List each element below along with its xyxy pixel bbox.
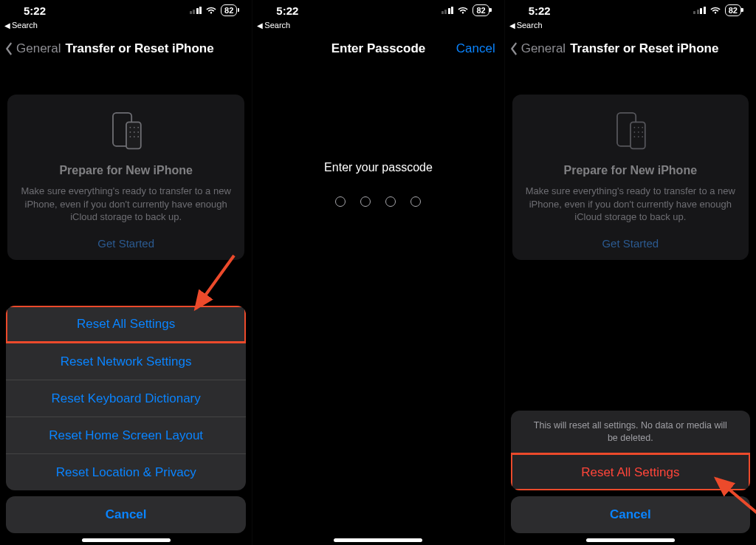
home-indicator[interactable] [82, 538, 171, 542]
get-started-link[interactable]: Get Started [18, 237, 234, 250]
back-hint-label: Search [517, 21, 543, 30]
battery-icon: 82 [221, 4, 237, 16]
battery-icon: 82 [472, 4, 489, 16]
wifi-icon [205, 6, 217, 15]
nav-bar: General Transfer or Reset iPhone [0, 32, 252, 65]
svg-rect-1 [126, 122, 141, 148]
svg-line-11 [196, 256, 234, 309]
status-bar: 5:22 82 [505, 0, 756, 21]
nav-title: Transfer or Reset iPhone [65, 41, 213, 56]
svg-point-6 [134, 131, 135, 133]
nav-bar: Enter Passcode Cancel [252, 32, 504, 65]
status-bar: 5:22 82 [0, 0, 252, 21]
nav-back-label: General [521, 41, 566, 56]
nav-back-button[interactable]: General [509, 41, 566, 56]
devices-icon [523, 109, 738, 154]
svg-point-5 [129, 131, 131, 133]
card-title: Prepare for New iPhone [523, 164, 738, 177]
svg-point-2 [129, 127, 131, 128]
svg-rect-13 [630, 122, 645, 148]
svg-point-4 [137, 127, 139, 128]
wifi-icon [457, 6, 469, 15]
battery-icon: 82 [725, 4, 741, 16]
cellular-icon [693, 7, 706, 14]
prepare-card: Prepare for New iPhone Make sure everyth… [512, 95, 749, 260]
cancel-button[interactable]: Cancel [456, 41, 495, 56]
back-hint-label: Search [12, 21, 38, 30]
chevron-left-icon [4, 42, 13, 55]
card-body: Make sure everything's ready to transfer… [523, 185, 738, 224]
reset-keyboard-dictionary-button[interactable]: Reset Keyboard Dictionary [6, 380, 246, 417]
svg-point-8 [129, 136, 131, 137]
status-time: 5:22 [24, 4, 46, 17]
nav-back-button[interactable]: General [4, 41, 61, 56]
back-to-search[interactable]: ◀ Search [505, 21, 756, 32]
card-body: Make sure everything's ready to transfer… [18, 185, 234, 224]
svg-point-17 [633, 131, 635, 133]
reset-location-privacy-button[interactable]: Reset Location & Privacy [6, 453, 246, 490]
svg-point-20 [633, 136, 635, 137]
back-caret-icon: ◀ [4, 21, 10, 30]
svg-point-14 [633, 127, 635, 128]
passcode-prompt: Enter your passcode [252, 161, 504, 174]
cancel-button[interactable]: Cancel [511, 496, 750, 533]
home-indicator[interactable] [334, 538, 422, 542]
chevron-left-icon [509, 42, 518, 55]
cellular-icon [441, 7, 454, 14]
devices-icon [18, 109, 234, 154]
reset-home-screen-layout-button[interactable]: Reset Home Screen Layout [6, 417, 246, 453]
nav-back-label: General [16, 41, 61, 56]
status-time: 5:22 [529, 4, 551, 17]
wifi-icon [709, 6, 721, 15]
back-to-search[interactable]: ◀ Search [0, 21, 252, 32]
svg-point-3 [134, 127, 135, 128]
home-indicator[interactable] [586, 538, 675, 542]
svg-point-19 [642, 131, 643, 133]
svg-point-10 [137, 136, 139, 137]
reset-network-settings-button[interactable]: Reset Network Settings [6, 343, 246, 380]
back-caret-icon: ◀ [257, 21, 263, 30]
get-started-link[interactable]: Get Started [523, 237, 738, 250]
screen-passcode: 5:22 82 ◀ Search Enter Passcode Cancel E… [252, 0, 504, 545]
cancel-button[interactable]: Cancel [6, 496, 246, 533]
svg-point-22 [642, 136, 643, 137]
passcode-dot [335, 196, 346, 207]
svg-point-15 [638, 127, 639, 128]
status-bar: 5:22 82 [252, 0, 504, 21]
svg-point-16 [642, 127, 643, 128]
back-hint-label: Search [264, 21, 290, 30]
card-title: Prepare for New iPhone [18, 164, 234, 177]
prepare-card: Prepare for New iPhone Make sure everyth… [7, 95, 244, 260]
passcode-dots [252, 196, 504, 207]
passcode-dot [385, 196, 396, 207]
passcode-dot [410, 196, 421, 207]
svg-point-9 [134, 136, 135, 137]
status-time: 5:22 [276, 4, 298, 17]
confirm-action-sheet: This will reset all settings. No data or… [511, 411, 750, 533]
passcode-area: Enter your passcode [252, 161, 504, 207]
confirm-message: This will reset all settings. No data or… [511, 411, 750, 453]
screen-reset-options: 5:22 82 ◀ Search General Transfer or Res… [0, 0, 252, 545]
back-caret-icon: ◀ [509, 21, 515, 30]
reset-action-sheet: Reset All Settings Reset Network Setting… [6, 306, 246, 533]
screen-confirm-reset: 5:22 82 ◀ Search General Transfer or Res… [504, 0, 756, 545]
svg-point-7 [137, 131, 139, 133]
cellular-icon [190, 7, 202, 14]
svg-point-21 [638, 136, 639, 137]
svg-point-18 [638, 131, 639, 133]
passcode-dot [360, 196, 371, 207]
nav-bar: General Transfer or Reset iPhone [505, 32, 756, 65]
nav-title: Transfer or Reset iPhone [570, 41, 718, 56]
confirm-reset-all-settings-button[interactable]: Reset All Settings [511, 453, 750, 490]
back-to-search[interactable]: ◀ Search [252, 21, 504, 32]
nav-title: Enter Passcode [331, 41, 426, 56]
reset-all-settings-button[interactable]: Reset All Settings [6, 306, 246, 343]
